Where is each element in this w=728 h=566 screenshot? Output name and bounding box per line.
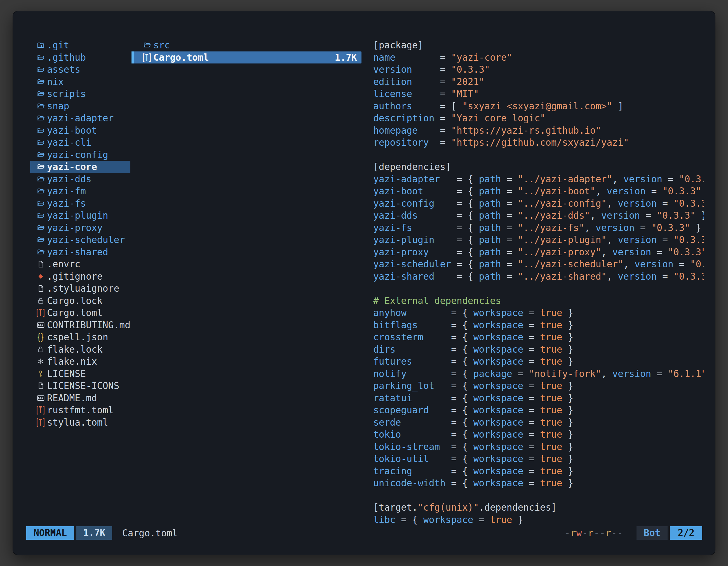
preview-line: version = "0.3.3" bbox=[373, 64, 704, 76]
folder-icon bbox=[36, 127, 45, 134]
current-item-src[interactable]: src bbox=[131, 39, 361, 51]
parent-item-snap[interactable]: snap bbox=[30, 100, 130, 112]
mode-indicator: NORMAL bbox=[26, 526, 74, 540]
file-name: Cargo.toml bbox=[47, 307, 103, 319]
file-name: yazi-config bbox=[47, 149, 108, 161]
file-name: snap bbox=[47, 100, 69, 112]
file-name: Cargo.toml bbox=[153, 51, 209, 64]
file-icon bbox=[36, 261, 45, 268]
parent-item-cargo-lock[interactable]: Cargo.lock bbox=[30, 295, 130, 307]
preview-line: yazi-config = { path = "../yazi-config",… bbox=[373, 198, 704, 210]
file-name: cspell.json bbox=[47, 331, 108, 343]
preview-line: homepage = "https://yazi-rs.github.io" bbox=[373, 125, 704, 137]
toml-icon: [T] bbox=[143, 51, 151, 64]
file-name: .gitignore bbox=[47, 271, 103, 283]
parent-item-nix[interactable]: nix bbox=[30, 76, 130, 88]
file-name: yazi-core bbox=[47, 161, 97, 173]
file-name: Cargo.lock bbox=[47, 295, 103, 307]
preview-line: bitflags = { workspace = true } bbox=[373, 319, 704, 331]
file-counter-badge: 2/2 bbox=[670, 526, 702, 540]
preview-line: dirs = { workspace = true } bbox=[373, 343, 704, 356]
parent-item-yazi-boot[interactable]: yazi-boot bbox=[30, 125, 130, 137]
git-icon bbox=[36, 273, 45, 280]
parent-item-yazi-config[interactable]: yazi-config bbox=[30, 149, 130, 161]
preview-line: license = "MIT" bbox=[373, 88, 704, 100]
folder-icon bbox=[36, 90, 45, 98]
file-name: stylua.toml bbox=[47, 416, 108, 429]
folder-icon bbox=[36, 175, 45, 183]
preview-line: libc = { workspace = true } bbox=[373, 514, 704, 526]
preview-line: edition = "2021" bbox=[373, 76, 704, 88]
folder-icon bbox=[36, 200, 45, 207]
file-name: LICENSE-ICONS bbox=[47, 380, 119, 392]
file-name: yazi-shared bbox=[47, 246, 108, 259]
parent-item-assets[interactable]: assets bbox=[30, 64, 130, 76]
parent-item-yazi-fs[interactable]: yazi-fs bbox=[30, 198, 130, 210]
parent-item-yazi-shared[interactable]: yazi-shared bbox=[30, 246, 130, 259]
preview-line: yazi-scheduler = { path = "../yazi-sched… bbox=[373, 258, 704, 271]
parent-item-yazi-plugin[interactable]: yazi-plugin bbox=[30, 210, 130, 222]
parent-item--git[interactable]: .git bbox=[30, 39, 130, 51]
parent-item-contributing-md[interactable]: CONTRIBUTING.md bbox=[30, 319, 130, 331]
folder-icon bbox=[36, 151, 45, 159]
preview-line: [target."cfg(unix)".dependencies] bbox=[373, 501, 704, 514]
parent-item-cargo-toml[interactable]: [T]Cargo.toml bbox=[30, 307, 130, 319]
toml-icon: [T] bbox=[36, 416, 45, 429]
preview-line: futures = { workspace = true } bbox=[373, 355, 704, 368]
preview-line: crossterm = { workspace = true } bbox=[373, 331, 704, 343]
file-name: .github bbox=[47, 51, 86, 64]
scroll-position-badge: Bot bbox=[637, 526, 668, 540]
parent-item-yazi-core[interactable]: yazi-core bbox=[30, 161, 130, 173]
parent-item-yazi-cli[interactable]: yazi-cli bbox=[30, 137, 130, 149]
git-folder-icon bbox=[36, 41, 45, 49]
preview-line: unicode-width = { workspace = true } bbox=[373, 477, 704, 489]
parent-item-license[interactable]: LICENSE bbox=[30, 368, 130, 380]
parent-item-yazi-dds[interactable]: yazi-dds bbox=[30, 173, 130, 186]
preview-line bbox=[373, 489, 704, 502]
parent-item-cspell-json[interactable]: {}cspell.json bbox=[30, 331, 130, 343]
folder-icon bbox=[36, 102, 45, 110]
parent-item-flake-lock[interactable]: flake.lock bbox=[30, 343, 130, 356]
preview-line: yazi-proxy = { path = "../yazi-proxy", v… bbox=[373, 246, 704, 259]
parent-item-flake-nix[interactable]: flake.nix bbox=[30, 355, 130, 368]
parent-item-yazi-fm[interactable]: yazi-fm bbox=[30, 185, 130, 198]
preview-line bbox=[373, 149, 704, 161]
parent-item--envrc[interactable]: .envrc bbox=[30, 258, 130, 271]
parent-item-yazi-proxy[interactable]: yazi-proxy bbox=[30, 222, 130, 234]
file-preview-pane: [package]name = "yazi-core"version = "0.… bbox=[373, 39, 704, 526]
preview-line: # External dependencies bbox=[373, 295, 704, 307]
preview-line: tracing = { workspace = true } bbox=[373, 465, 704, 477]
preview-line: yazi-adapter = { path = "../yazi-adapter… bbox=[373, 173, 704, 186]
parent-item-stylua-toml[interactable]: [T]stylua.toml bbox=[30, 416, 130, 429]
lock-icon bbox=[36, 346, 45, 353]
parent-item-license-icons[interactable]: LICENSE-ICONS bbox=[30, 380, 130, 392]
file-size: 1.7K bbox=[335, 51, 361, 64]
parent-item--github[interactable]: .github bbox=[30, 51, 130, 64]
folder-icon bbox=[36, 139, 45, 146]
folder-icon bbox=[36, 212, 45, 219]
folder-icon bbox=[36, 78, 45, 86]
file-icon bbox=[36, 382, 45, 389]
parent-item-scripts[interactable]: scripts bbox=[30, 88, 130, 100]
preview-line: repository = "https://github.com/sxyazi/… bbox=[373, 137, 704, 149]
file-name: yazi-fm bbox=[47, 185, 86, 198]
parent-item-readme-md[interactable]: README.md bbox=[30, 392, 130, 404]
parent-item-yazi-scheduler[interactable]: yazi-scheduler bbox=[30, 234, 130, 246]
preview-line: yazi-dds = { path = "../yazi-dds", versi… bbox=[373, 210, 704, 222]
preview-line: scopeguard = { workspace = true } bbox=[373, 404, 704, 416]
parent-item-yazi-adapter[interactable]: yazi-adapter bbox=[30, 112, 130, 125]
file-name: yazi-plugin bbox=[47, 210, 108, 222]
preview-line: yazi-boot = { path = "../yazi-boot", ver… bbox=[373, 185, 704, 198]
folder-icon bbox=[36, 187, 45, 195]
preview-line: tokio-util = { workspace = true } bbox=[373, 453, 704, 465]
current-item-cargo-toml[interactable]: [T]Cargo.toml1.7K bbox=[131, 51, 361, 64]
license-icon bbox=[36, 370, 45, 377]
parent-item--gitignore[interactable]: .gitignore bbox=[30, 271, 130, 283]
folder-icon bbox=[36, 248, 45, 256]
parent-item-rustfmt-toml[interactable]: [T]rustfmt.toml bbox=[30, 404, 130, 416]
file-name: yazi-fs bbox=[47, 198, 86, 210]
file-name: yazi-dds bbox=[47, 173, 91, 186]
preview-line: yazi-plugin = { path = "../yazi-plugin",… bbox=[373, 234, 704, 246]
folder-icon bbox=[36, 224, 45, 232]
parent-item--styluaignore[interactable]: .styluaignore bbox=[30, 283, 130, 295]
